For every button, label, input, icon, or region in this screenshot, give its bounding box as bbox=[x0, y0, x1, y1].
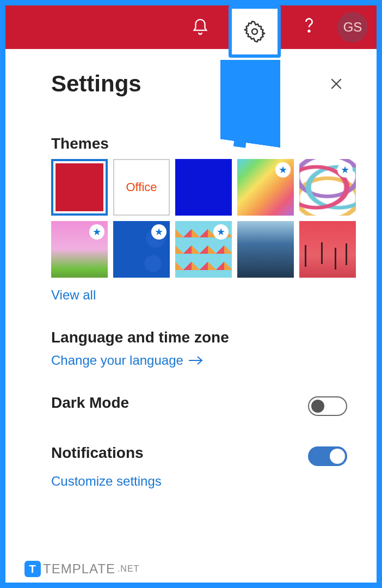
arrow-right-icon bbox=[188, 355, 204, 366]
theme-tile-basketball[interactable]: ★ bbox=[113, 221, 170, 278]
language-section: Language and time zone Change your langu… bbox=[51, 329, 347, 368]
close-button[interactable] bbox=[325, 73, 347, 95]
help-icon[interactable] bbox=[294, 12, 324, 42]
themes-section: Themes Office ★ ★ ★ ★ ★ View all bbox=[51, 135, 347, 303]
star-icon: ★ bbox=[275, 162, 291, 177]
panel-title: Settings bbox=[51, 71, 141, 97]
language-title: Language and time zone bbox=[51, 329, 347, 346]
theme-tile-rainbow[interactable]: ★ bbox=[237, 159, 294, 216]
avatar-initials: GS bbox=[343, 20, 362, 35]
theme-tile-blocks[interactable]: ★ bbox=[175, 221, 232, 278]
svg-point-0 bbox=[252, 29, 257, 34]
user-avatar[interactable]: GS bbox=[337, 12, 368, 42]
theme-tile-sunset[interactable] bbox=[299, 221, 356, 278]
star-icon: ★ bbox=[337, 162, 353, 177]
theme-tile-ribbon[interactable]: ★ bbox=[299, 159, 356, 216]
themes-title: Themes bbox=[51, 135, 347, 152]
notifications-icon[interactable] bbox=[185, 12, 215, 42]
watermark-icon: T bbox=[24, 561, 41, 577]
change-language-link[interactable]: Change your language bbox=[51, 353, 204, 368]
theme-tile-red[interactable] bbox=[51, 159, 108, 216]
notifications-section: Notifications Customize settings bbox=[51, 444, 347, 489]
notifications-title: Notifications bbox=[51, 444, 144, 462]
view-all-themes-link[interactable]: View all bbox=[51, 287, 96, 303]
dark-mode-section: Dark Mode bbox=[51, 394, 347, 418]
theme-tile-blue[interactable] bbox=[175, 159, 232, 216]
settings-icon[interactable] bbox=[229, 5, 281, 58]
star-icon: ★ bbox=[151, 224, 167, 240]
star-icon: ★ bbox=[213, 224, 229, 240]
theme-grid: Office ★ ★ ★ ★ ★ bbox=[51, 159, 347, 278]
star-icon: ★ bbox=[89, 224, 104, 240]
topbar: GS bbox=[5, 5, 377, 49]
watermark: T TEMPLATE.NET bbox=[24, 561, 139, 577]
customize-notifications-link[interactable]: Customize settings bbox=[51, 474, 162, 489]
notifications-toggle[interactable] bbox=[308, 446, 347, 466]
theme-tile-ocean[interactable] bbox=[237, 221, 294, 278]
settings-panel: Settings Themes Office ★ ★ ★ ★ ★ View al… bbox=[5, 49, 377, 500]
panel-header: Settings bbox=[51, 71, 347, 97]
watermark-brand: TEMPLATE bbox=[43, 561, 115, 577]
dark-mode-toggle[interactable] bbox=[308, 396, 347, 416]
theme-tile-unicorn[interactable]: ★ bbox=[51, 221, 108, 278]
theme-tile-office[interactable]: Office bbox=[113, 159, 170, 216]
dark-mode-title: Dark Mode bbox=[51, 394, 129, 412]
change-language-label: Change your language bbox=[51, 353, 183, 368]
svg-point-1 bbox=[309, 30, 310, 32]
watermark-suffix: .NET bbox=[118, 564, 139, 574]
